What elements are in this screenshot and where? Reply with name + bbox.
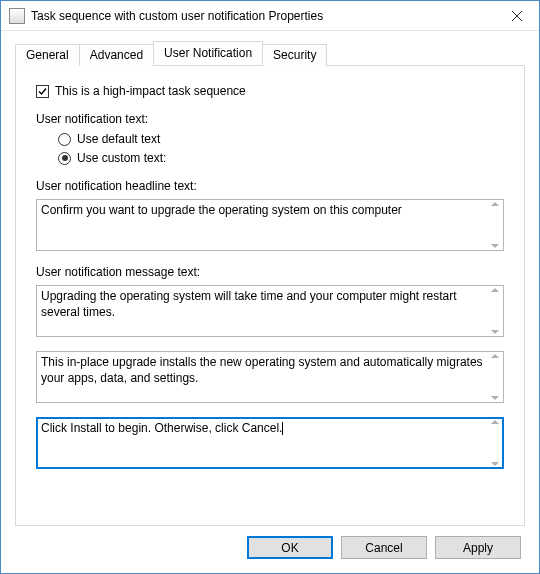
radio-default[interactable]: [58, 133, 71, 146]
headline-label: User notification headline text:: [36, 179, 504, 193]
tab-general[interactable]: General: [15, 44, 80, 66]
message2-field-wrap: This in-place upgrade installs the new o…: [36, 351, 504, 403]
radio-custom-label: Use custom text:: [77, 151, 166, 165]
message3-text: Click Install to begin. Otherwise, click…: [41, 421, 282, 435]
chevron-down-icon: [491, 244, 499, 248]
message3-textarea[interactable]: Click Install to begin. Otherwise, click…: [36, 417, 504, 469]
close-button[interactable]: [494, 1, 539, 30]
notification-text-radio-group: Use default text Use custom text:: [58, 132, 504, 165]
close-icon: [512, 11, 522, 21]
tab-user-notification[interactable]: User Notification: [153, 41, 263, 65]
tabstrip: General Advanced User Notification Secur…: [15, 43, 525, 66]
headline-field-wrap: Confirm you want to upgrade the operatin…: [36, 199, 504, 251]
chevron-up-icon: [491, 202, 499, 206]
cancel-button[interactable]: Cancel: [341, 536, 427, 559]
chevron-up-icon: [491, 420, 499, 424]
radio-custom-row[interactable]: Use custom text:: [58, 151, 504, 165]
high-impact-checkbox[interactable]: [36, 85, 49, 98]
text-caret-icon: [282, 422, 283, 435]
dialog-body: General Advanced User Notification Secur…: [1, 31, 539, 526]
chevron-up-icon: [491, 354, 499, 358]
message3-spinner[interactable]: [487, 418, 503, 468]
chevron-down-icon: [491, 396, 499, 400]
message1-textarea[interactable]: Upgrading the operating system will take…: [36, 285, 504, 337]
message1-field-wrap: Upgrading the operating system will take…: [36, 285, 504, 337]
chevron-down-icon: [491, 462, 499, 466]
message3-field-wrap: Click Install to begin. Otherwise, click…: [36, 417, 504, 469]
check-icon: [37, 86, 48, 97]
message2-textarea[interactable]: This in-place upgrade installs the new o…: [36, 351, 504, 403]
headline-spinner[interactable]: [487, 200, 503, 250]
radio-default-row[interactable]: Use default text: [58, 132, 504, 146]
tab-panel-user-notification: This is a high-impact task sequence User…: [15, 66, 525, 526]
high-impact-label: This is a high-impact task sequence: [55, 84, 246, 98]
radio-default-label: Use default text: [77, 132, 160, 146]
headline-textarea[interactable]: Confirm you want to upgrade the operatin…: [36, 199, 504, 251]
notification-text-label: User notification text:: [36, 112, 504, 126]
ok-button[interactable]: OK: [247, 536, 333, 559]
message2-spinner[interactable]: [487, 352, 503, 402]
dialog-button-row: OK Cancel Apply: [247, 536, 521, 559]
radio-dot-icon: [62, 155, 68, 161]
apply-button[interactable]: Apply: [435, 536, 521, 559]
chevron-up-icon: [491, 288, 499, 292]
message1-spinner[interactable]: [487, 286, 503, 336]
window-title: Task sequence with custom user notificat…: [31, 9, 494, 23]
titlebar: Task sequence with custom user notificat…: [1, 1, 539, 31]
window-system-icon: [9, 8, 25, 24]
tab-advanced[interactable]: Advanced: [79, 44, 154, 66]
properties-dialog: { "window": { "title": "Task sequence wi…: [1, 1, 539, 573]
high-impact-row[interactable]: This is a high-impact task sequence: [36, 84, 504, 98]
tab-security[interactable]: Security: [262, 44, 327, 66]
radio-custom[interactable]: [58, 152, 71, 165]
message-label: User notification message text:: [36, 265, 504, 279]
chevron-down-icon: [491, 330, 499, 334]
